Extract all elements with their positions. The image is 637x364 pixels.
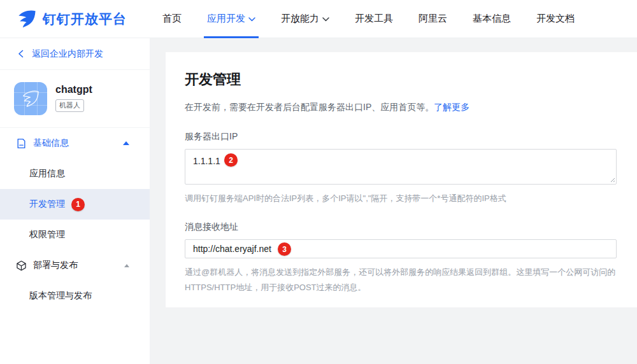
caret-up-icon <box>123 141 129 145</box>
nav-item-dev-tools[interactable]: 开发工具 <box>355 0 393 38</box>
annotation-badge-2: 2 <box>224 153 238 167</box>
nav-label: 基本信息 <box>473 13 511 25</box>
nav-item-dev-docs[interactable]: 开发文档 <box>536 0 575 38</box>
sidebar-group-deploy-release[interactable]: 部署与发布 <box>0 250 150 281</box>
app-wing-icon <box>21 90 40 108</box>
sidebar-item-label: 版本管理与发布 <box>29 290 92 302</box>
page-description: 在开发前，需要在开发者后台配置服务器出口IP、应用首页等。了解更多 <box>185 102 617 113</box>
nav-label: 开发工具 <box>355 13 393 25</box>
message-url-field: 3 <box>185 239 617 258</box>
description-text: 在开发前，需要在开发者后台配置服务器出口IP、应用首页等。 <box>185 102 434 112</box>
logo-text: 钉钉开放平台 <box>43 10 127 28</box>
document-icon <box>16 138 27 149</box>
sidebar-group-label: 部署与发布 <box>33 260 78 271</box>
sidebar-item-label: 应用信息 <box>29 168 65 179</box>
server-ip-textarea[interactable]: 1.1.1.1 <box>185 149 617 185</box>
server-ip-field: 1.1.1.1 2 <box>185 149 617 185</box>
message-url-input[interactable] <box>185 239 617 258</box>
app-name: chatgpt <box>55 84 92 95</box>
chevron-left-icon <box>18 50 24 58</box>
sidebar-item-version-release[interactable]: 版本管理与发布 <box>0 281 150 311</box>
back-link-label: 返回企业内部开发 <box>32 48 103 60</box>
annotation-badge-3: 3 <box>278 242 291 256</box>
nav-label: 开发文档 <box>536 13 575 25</box>
caret-up-icon <box>124 264 129 267</box>
dingtalk-logo[interactable]: 钉钉开放平台 <box>16 10 127 29</box>
message-url-label: 消息接收地址 <box>185 221 617 233</box>
sidebar: 返回企业内部开发 chatgpt 机器人 基础信息 应用信息 开发管理 1 <box>0 38 150 364</box>
nav-label: 阿里云 <box>419 13 447 25</box>
app-avatar <box>14 82 47 115</box>
nav-item-app-dev[interactable]: 应用开发 <box>207 0 255 38</box>
nav-item-home[interactable]: 首页 <box>162 0 182 38</box>
dev-management-panel: 开发管理 在开发前，需要在开发者后台配置服务器出口IP、应用首页等。了解更多 服… <box>166 52 637 307</box>
sidebar-item-permission-management[interactable]: 权限管理 <box>0 220 150 250</box>
nav-label: 应用开发 <box>207 13 245 25</box>
page-title: 开发管理 <box>185 70 617 89</box>
sidebar-item-dev-management[interactable]: 开发管理 1 <box>0 189 150 220</box>
package-cube-icon <box>16 260 27 271</box>
sidebar-menu: 基础信息 应用信息 开发管理 1 权限管理 部署与发布 版本管理与发布 <box>0 128 150 311</box>
app-meta: chatgpt 机器人 <box>55 82 92 115</box>
chevron-down-icon <box>248 17 255 22</box>
dingtalk-wing-icon <box>16 10 38 29</box>
server-ip-help: 调用钉钉服务端API时的合法IP列表，多个IP请以","隔开，支持带一个*号通配… <box>185 191 618 206</box>
sidebar-item-app-info[interactable]: 应用信息 <box>0 158 150 189</box>
nav-label: 开放能力 <box>281 13 319 25</box>
top-navbar: 钉钉开放平台 首页 应用开发 开放能力 开发工具 阿里云 基本信息 开发文档 <box>0 0 637 38</box>
nav-label: 首页 <box>162 13 182 25</box>
chevron-down-icon <box>322 17 329 22</box>
sidebar-group-label: 基础信息 <box>33 137 69 149</box>
nav-item-open-capabilities[interactable]: 开放能力 <box>281 0 329 38</box>
sidebar-item-label: 开发管理 <box>29 199 65 210</box>
annotation-badge-1: 1 <box>71 198 85 211</box>
message-url-help: 通过@群机器人，将消息发送到指定外部服务，还可以将外部服务的响应结果返回到群组。… <box>185 265 618 295</box>
app-profile: chatgpt 机器人 <box>0 70 150 128</box>
back-link[interactable]: 返回企业内部开发 <box>0 38 150 70</box>
nav-item-aliyun[interactable]: 阿里云 <box>419 0 447 38</box>
learn-more-link[interactable]: 了解更多 <box>434 102 469 112</box>
nav-item-basic-info[interactable]: 基本信息 <box>473 0 511 38</box>
sidebar-item-label: 权限管理 <box>29 229 65 241</box>
app-type-badge: 机器人 <box>55 99 84 112</box>
main-nav: 首页 应用开发 开放能力 开发工具 阿里云 基本信息 开发文档 <box>162 0 600 38</box>
server-ip-label: 服务器出口IP <box>185 131 617 143</box>
sidebar-group-basic-info[interactable]: 基础信息 <box>0 128 150 158</box>
resize-handle-icon[interactable] <box>609 176 615 183</box>
